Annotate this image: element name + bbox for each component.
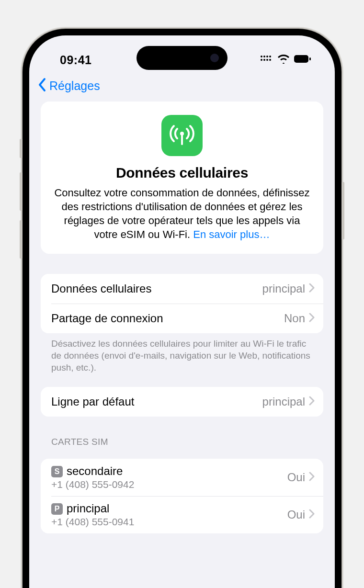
sim-name: principal: [67, 502, 109, 516]
row-value: Oui: [287, 508, 305, 521]
svg-point-1: [263, 56, 265, 57]
svg-point-7: [269, 59, 271, 61]
row-hotspot[interactable]: Partage de connexion Non: [41, 304, 323, 333]
row-label: Partage de connexion: [51, 312, 284, 325]
battery-icon: [294, 55, 311, 65]
sim-text: P principal +1 (408) 555-0941: [51, 502, 287, 528]
status-icons: [260, 54, 311, 66]
row-value: principal: [262, 395, 305, 408]
row-label: Ligne par défaut: [51, 395, 262, 408]
nav-bar: Réglages: [29, 73, 335, 102]
hero-title: Données cellulaires: [52, 165, 312, 181]
svg-point-6: [266, 59, 268, 61]
phone-frame: 09:41: [23, 29, 341, 588]
sim-number: +1 (408) 555-0941: [51, 516, 287, 528]
settings-group-default-line: Ligne par défaut principal: [41, 387, 323, 417]
learn-more-link[interactable]: En savoir plus…: [193, 228, 270, 240]
chevron-right-icon: [309, 509, 315, 520]
dynamic-island: [136, 46, 228, 70]
row-label: Données cellulaires: [51, 282, 262, 295]
nav-back-button[interactable]: Réglages: [49, 79, 100, 93]
svg-point-0: [261, 56, 262, 57]
chevron-right-icon: [309, 313, 315, 324]
svg-point-2: [266, 56, 268, 57]
sim-badge-icon: P: [51, 503, 63, 515]
screen: 09:41: [29, 35, 335, 588]
row-default-line[interactable]: Ligne par défaut principal: [41, 387, 323, 417]
chevron-right-icon: [309, 396, 315, 407]
row-value: Oui: [287, 471, 305, 484]
row-value: principal: [262, 282, 305, 295]
status-time: 09:41: [60, 53, 91, 67]
power-button: [341, 182, 344, 239]
side-button: [20, 139, 23, 158]
cellular-signal-icon: [260, 55, 273, 65]
hero-card: Données cellulaires Consultez votre cons…: [41, 102, 323, 254]
settings-group-data: Données cellulaires principal Partage de…: [41, 274, 323, 333]
sim-text: S secondaire +1 (408) 555-0942: [51, 464, 287, 490]
svg-point-4: [261, 59, 262, 61]
sim-number: +1 (408) 555-0942: [51, 478, 287, 490]
section-header-sims: CARTES SIM: [41, 417, 323, 452]
volume-up-button: [20, 172, 23, 211]
cellular-data-icon: [161, 115, 203, 156]
sim-badge-icon: S: [51, 466, 63, 477]
hero-description: Consultez votre consommation de données,…: [52, 186, 312, 241]
sim-name: secondaire: [67, 464, 123, 478]
svg-rect-8: [294, 55, 308, 63]
volume-down-button: [20, 220, 23, 259]
hero-description-text: Consultez votre consommation de données,…: [54, 187, 309, 240]
sim-list: S secondaire +1 (408) 555-0942 Oui P: [41, 459, 323, 533]
row-cellular-data[interactable]: Données cellulaires principal: [41, 274, 323, 304]
wifi-icon: [277, 54, 290, 66]
svg-point-3: [269, 56, 271, 57]
svg-point-5: [263, 59, 265, 61]
row-value: Non: [284, 312, 305, 325]
svg-rect-9: [309, 57, 311, 60]
chevron-right-icon: [309, 472, 315, 483]
sim-row-primary[interactable]: P principal +1 (408) 555-0941 Oui: [41, 496, 323, 533]
chevron-right-icon: [309, 283, 315, 294]
chevron-left-icon[interactable]: [37, 78, 47, 94]
sim-row-secondary[interactable]: S secondaire +1 (408) 555-0942 Oui: [41, 459, 323, 496]
group-footer-note: Désactivez les données cellulaires pour …: [41, 333, 323, 373]
